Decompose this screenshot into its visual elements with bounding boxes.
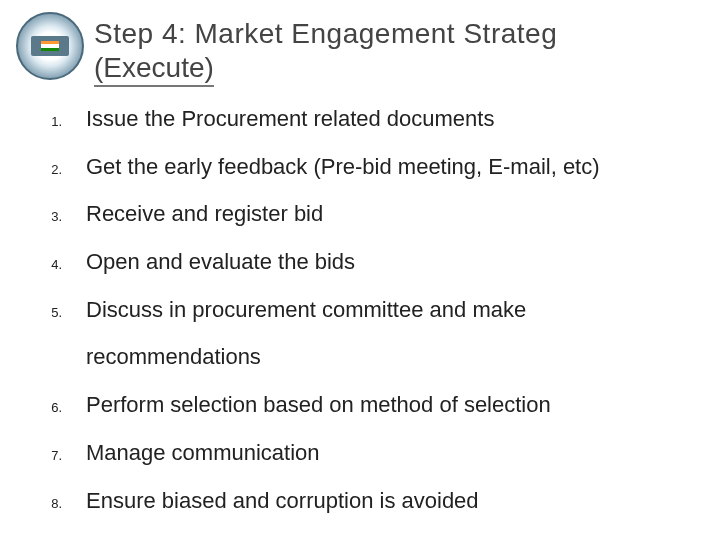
list-item: 5. Discuss in procurement committee and …	[30, 295, 710, 325]
list-text: Get the early feedback (Pre-bid meeting,…	[86, 152, 600, 182]
list-number: 2.	[30, 162, 62, 177]
logo-flag-icon	[41, 41, 59, 51]
list-text: recommendations	[86, 342, 261, 372]
list-number: 3.	[30, 209, 62, 224]
list-text: Discuss in procurement committee and mak…	[86, 295, 526, 325]
logo-inner	[31, 36, 69, 56]
logo-circle	[16, 12, 84, 80]
list-text: Open and evaluate the bids	[86, 247, 355, 277]
heading-line-1: Step 4: Market Engagement Strateg	[94, 18, 720, 50]
list-number: 7.	[30, 448, 62, 463]
list-item: 4. Open and evaluate the bids	[30, 247, 710, 277]
list-item: 6. Perform selection based on method of …	[30, 390, 710, 420]
list-text: Manage communication	[86, 438, 320, 468]
list-item-continuation: recommendations	[86, 342, 710, 372]
list-item: 7. Manage communication	[30, 438, 710, 468]
list-number: 5.	[30, 305, 62, 320]
list-item: 3. Receive and register bid	[30, 199, 710, 229]
list-number: 8.	[30, 496, 62, 511]
list-number: 1.	[30, 114, 62, 129]
slide-heading: Step 4: Market Engagement Strateg (Execu…	[94, 18, 720, 87]
list-number: 6.	[30, 400, 62, 415]
list-number: 4.	[30, 257, 62, 272]
list-text: Ensure biased and corruption is avoided	[86, 486, 479, 516]
slide-body: 1. Issue the Procurement related documen…	[30, 104, 710, 533]
heading-line-2: (Execute)	[94, 52, 214, 87]
list-text: Receive and register bid	[86, 199, 323, 229]
list-text: Issue the Procurement related documents	[86, 104, 494, 134]
list-item: 2. Get the early feedback (Pre-bid meeti…	[30, 152, 710, 182]
list-item: 8. Ensure biased and corruption is avoid…	[30, 486, 710, 516]
logo-seal	[16, 12, 84, 80]
list-text: Perform selection based on method of sel…	[86, 390, 551, 420]
list-item: 1. Issue the Procurement related documen…	[30, 104, 710, 134]
